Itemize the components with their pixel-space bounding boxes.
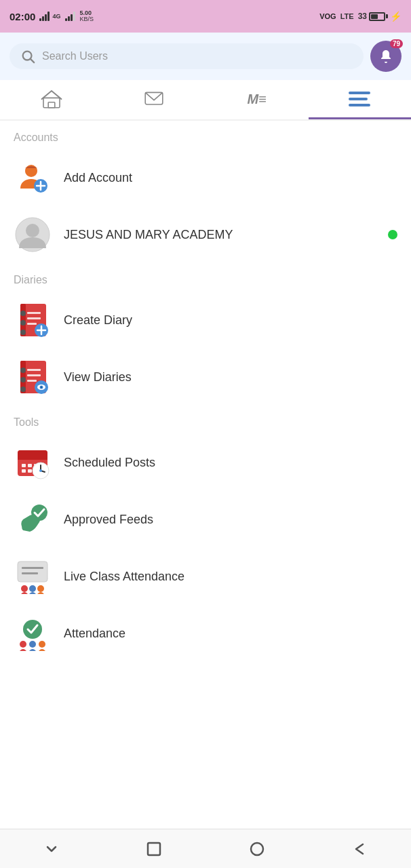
back-nav-button[interactable] <box>342 832 376 866</box>
add-account-label: Add Account <box>64 171 132 185</box>
attendance-icon <box>15 616 50 651</box>
add-account-icon <box>15 160 50 195</box>
jesus-mary-icon-area <box>14 216 52 254</box>
square-icon <box>146 842 161 856</box>
live-class-icon-area <box>14 557 52 595</box>
user-avatar-icon <box>15 217 50 252</box>
status-bar: 02:00 4G 5.00 KB/S VOG LTE <box>0 0 411 33</box>
home-tab-icon <box>41 88 62 110</box>
accounts-section: Accounts Add Account <box>0 121 411 263</box>
live-class-item[interactable]: Live Class Attendance <box>0 548 411 605</box>
svg-rect-42 <box>28 469 32 473</box>
svg-rect-13 <box>27 312 41 314</box>
svg-point-57 <box>29 641 36 648</box>
svg-rect-50 <box>22 567 43 569</box>
create-diary-icon-area <box>14 301 52 339</box>
svg-point-60 <box>251 843 263 855</box>
scheduled-posts-item[interactable]: Scheduled Posts <box>0 434 411 491</box>
tools-section: Tools <box>0 406 411 662</box>
network-type: 4G <box>52 13 60 20</box>
square-button[interactable] <box>137 832 171 866</box>
svg-rect-26 <box>27 380 37 382</box>
diaries-section: Diaries <box>0 263 411 406</box>
add-account-item[interactable]: Add Account <box>0 149 411 206</box>
attendance-label: Attendance <box>64 627 125 641</box>
signal-4g-icon <box>39 12 50 21</box>
online-status-dot <box>388 230 397 239</box>
search-bar-container: Search Users 79 <box>0 33 411 80</box>
approved-feeds-icon <box>15 502 50 537</box>
tab-menu[interactable] <box>309 80 412 119</box>
scheduled-posts-label: Scheduled Posts <box>64 456 155 470</box>
menu-tab-icon <box>349 92 370 106</box>
jesus-mary-label: JESUS AND MARY ACADEMY <box>64 228 233 242</box>
view-diaries-icon <box>15 358 50 396</box>
svg-point-10 <box>26 224 39 237</box>
vog-label: VOG <box>319 12 336 20</box>
speed-indicator: 5.00 KB/S <box>79 10 94 22</box>
approved-feeds-icon-area <box>14 500 52 538</box>
notification-badge: 79 <box>390 39 403 48</box>
svg-point-33 <box>41 387 43 389</box>
create-diary-label: Create Diary <box>64 313 132 328</box>
tools-header: Tools <box>0 406 411 434</box>
svg-rect-3 <box>48 102 55 107</box>
charging-icon: ⚡ <box>390 11 402 22</box>
status-left: 02:00 4G 5.00 KB/S <box>9 10 94 22</box>
bell-icon <box>378 48 394 64</box>
svg-rect-14 <box>27 317 41 319</box>
chevron-down-icon <box>43 841 60 857</box>
jesus-mary-item[interactable]: JESUS AND MARY ACADEMY <box>0 206 411 263</box>
svg-rect-38 <box>28 464 32 467</box>
search-input-wrapper[interactable]: Search Users <box>9 43 364 69</box>
svg-point-18 <box>20 330 26 335</box>
tab-messages[interactable] <box>103 80 206 119</box>
battery-level: 33 <box>358 12 367 21</box>
svg-point-16 <box>20 311 26 316</box>
tab-me[interactable]: M≡ <box>206 80 309 119</box>
search-icon <box>20 49 35 64</box>
svg-point-17 <box>20 320 26 326</box>
status-right: VOG LTE 33 ⚡ <box>319 11 402 22</box>
svg-point-55 <box>23 620 42 639</box>
svg-rect-59 <box>148 843 160 855</box>
diaries-header: Diaries <box>0 263 411 292</box>
tab-home[interactable] <box>0 80 103 119</box>
status-icons: 4G <box>39 12 75 21</box>
notification-button[interactable]: 79 <box>370 41 402 72</box>
svg-point-29 <box>20 387 26 392</box>
tab-bar: M≡ <box>0 80 411 121</box>
search-placeholder: Search Users <box>42 50 108 62</box>
svg-point-28 <box>20 377 26 382</box>
main-content: Accounts Add Account <box>0 121 411 829</box>
svg-rect-2 <box>43 98 60 107</box>
approved-feeds-item[interactable]: Approved Feeds <box>0 491 411 548</box>
svg-point-58 <box>39 641 45 648</box>
view-diaries-item[interactable]: View Diaries <box>0 349 411 406</box>
back-button[interactable] <box>35 832 68 866</box>
svg-rect-15 <box>27 323 37 325</box>
home-nav-button[interactable] <box>240 832 274 866</box>
svg-rect-51 <box>22 572 38 574</box>
svg-rect-49 <box>18 561 47 582</box>
add-account-icon-area <box>14 159 52 197</box>
approved-feeds-label: Approved Feeds <box>64 513 153 527</box>
signal-icon <box>65 12 75 21</box>
accounts-header: Accounts <box>0 121 411 149</box>
svg-rect-24 <box>27 369 41 371</box>
battery-icon: 33 ⚡ <box>358 11 402 22</box>
lte-label: LTE <box>340 12 354 20</box>
svg-rect-36 <box>18 456 47 460</box>
view-diaries-label: View Diaries <box>64 370 132 384</box>
attendance-item[interactable]: Attendance <box>0 605 411 662</box>
svg-rect-37 <box>22 464 26 467</box>
status-time: 02:00 <box>9 11 35 22</box>
svg-point-47 <box>39 469 42 472</box>
bottom-nav <box>0 829 411 868</box>
svg-point-53 <box>29 585 36 592</box>
live-class-icon <box>15 559 50 594</box>
svg-rect-25 <box>27 374 41 376</box>
circle-nav-icon <box>250 842 265 856</box>
live-class-label: Live Class Attendance <box>64 570 184 584</box>
create-diary-item[interactable]: Create Diary <box>0 292 411 349</box>
